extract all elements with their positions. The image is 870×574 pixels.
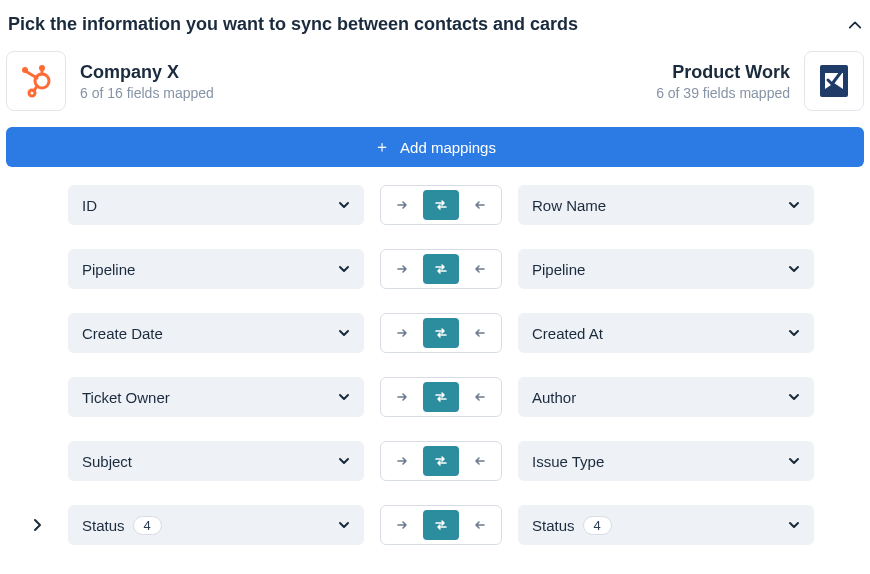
direction-left-button[interactable]	[459, 442, 501, 480]
hubspot-icon	[18, 63, 54, 99]
field-label: Issue Type	[532, 453, 604, 470]
right-field-select[interactable]: Created At	[518, 313, 814, 353]
direction-toggle	[380, 377, 502, 417]
direction-right-button[interactable]	[381, 442, 423, 480]
left-field-select[interactable]: Create Date	[68, 313, 364, 353]
check-shield-icon	[814, 61, 854, 101]
chevron-down-icon	[788, 263, 800, 275]
chevron-down-icon	[338, 263, 350, 275]
field-label: Pipeline	[82, 261, 135, 278]
field-label: Status	[532, 517, 575, 534]
arrow-left-icon	[473, 198, 487, 212]
mapping-row: SubjectIssue Type	[6, 441, 864, 481]
arrow-left-icon	[473, 326, 487, 340]
left-app-logo	[6, 51, 66, 111]
direction-right-button[interactable]	[381, 378, 423, 416]
right-field-select[interactable]: Row Name	[518, 185, 814, 225]
right-app-logo	[804, 51, 864, 111]
direction-right-button[interactable]	[381, 314, 423, 352]
left-field-select[interactable]: Subject	[68, 441, 364, 481]
chevron-down-icon	[788, 327, 800, 339]
right-app-subtitle: 6 of 39 fields mapped	[656, 85, 790, 101]
chevron-down-icon	[338, 519, 350, 531]
arrow-both-icon	[433, 517, 449, 533]
mapping-row: Ticket OwnerAuthor	[6, 377, 864, 417]
expand-row-button[interactable]	[30, 518, 44, 532]
left-field-select[interactable]: Ticket Owner	[68, 377, 364, 417]
arrow-right-icon	[395, 326, 409, 340]
field-label: ID	[82, 197, 97, 214]
field-label: Created At	[532, 325, 603, 342]
arrow-both-icon	[433, 197, 449, 213]
field-label: Create Date	[82, 325, 163, 342]
right-app-name: Product Work	[656, 62, 790, 83]
direction-left-button[interactable]	[459, 506, 501, 544]
arrow-right-icon	[395, 198, 409, 212]
arrow-left-icon	[473, 518, 487, 532]
direction-both-button[interactable]	[423, 254, 459, 284]
plus-icon: ＋	[374, 139, 390, 155]
direction-toggle	[380, 249, 502, 289]
direction-right-button[interactable]	[381, 186, 423, 224]
svg-line-4	[27, 72, 37, 78]
collapse-toggle[interactable]	[848, 18, 862, 32]
mapping-row: Status4Status4	[6, 505, 864, 545]
arrow-both-icon	[433, 325, 449, 341]
direction-both-button[interactable]	[423, 318, 459, 348]
chevron-right-icon	[30, 518, 44, 532]
chevron-down-icon	[788, 455, 800, 467]
direction-toggle	[380, 505, 502, 545]
mapping-row: IDRow Name	[6, 185, 864, 225]
arrow-right-icon	[395, 518, 409, 532]
svg-line-6	[34, 86, 37, 91]
right-app-block: Product Work 6 of 39 fields mapped	[656, 51, 864, 111]
chevron-down-icon	[338, 455, 350, 467]
arrow-both-icon	[433, 261, 449, 277]
left-app-subtitle: 6 of 16 fields mapped	[80, 85, 214, 101]
arrow-left-icon	[473, 454, 487, 468]
direction-right-button[interactable]	[381, 506, 423, 544]
direction-left-button[interactable]	[459, 314, 501, 352]
arrow-left-icon	[473, 262, 487, 276]
left-field-select[interactable]: Status4	[68, 505, 364, 545]
direction-both-button[interactable]	[423, 510, 459, 540]
arrow-both-icon	[433, 453, 449, 469]
arrow-right-icon	[395, 262, 409, 276]
chevron-down-icon	[338, 327, 350, 339]
left-field-select[interactable]: ID	[68, 185, 364, 225]
direction-right-button[interactable]	[381, 250, 423, 288]
right-field-select[interactable]: Status4	[518, 505, 814, 545]
field-label: Row Name	[532, 197, 606, 214]
mapping-row: Create DateCreated At	[6, 313, 864, 353]
left-app-name: Company X	[80, 62, 214, 83]
right-field-select[interactable]: Issue Type	[518, 441, 814, 481]
field-label: Ticket Owner	[82, 389, 170, 406]
mapping-row: PipelinePipeline	[6, 249, 864, 289]
arrow-right-icon	[395, 454, 409, 468]
arrow-left-icon	[473, 390, 487, 404]
right-field-select[interactable]: Author	[518, 377, 814, 417]
add-mappings-button[interactable]: ＋ Add mappings	[6, 127, 864, 167]
add-mappings-label: Add mappings	[400, 139, 496, 156]
arrow-both-icon	[433, 389, 449, 405]
field-badge: 4	[583, 516, 612, 535]
field-badge: 4	[133, 516, 162, 535]
direction-left-button[interactable]	[459, 250, 501, 288]
field-label: Status	[82, 517, 125, 534]
direction-toggle	[380, 185, 502, 225]
chevron-up-icon	[848, 18, 862, 32]
direction-both-button[interactable]	[423, 382, 459, 412]
direction-toggle	[380, 313, 502, 353]
direction-left-button[interactable]	[459, 378, 501, 416]
arrow-right-icon	[395, 390, 409, 404]
chevron-down-icon	[338, 199, 350, 211]
left-field-select[interactable]: Pipeline	[68, 249, 364, 289]
direction-both-button[interactable]	[423, 446, 459, 476]
page-title: Pick the information you want to sync be…	[8, 14, 578, 35]
direction-both-button[interactable]	[423, 190, 459, 220]
field-label: Subject	[82, 453, 132, 470]
chevron-down-icon	[788, 519, 800, 531]
right-field-select[interactable]: Pipeline	[518, 249, 814, 289]
direction-left-button[interactable]	[459, 186, 501, 224]
chevron-down-icon	[788, 199, 800, 211]
